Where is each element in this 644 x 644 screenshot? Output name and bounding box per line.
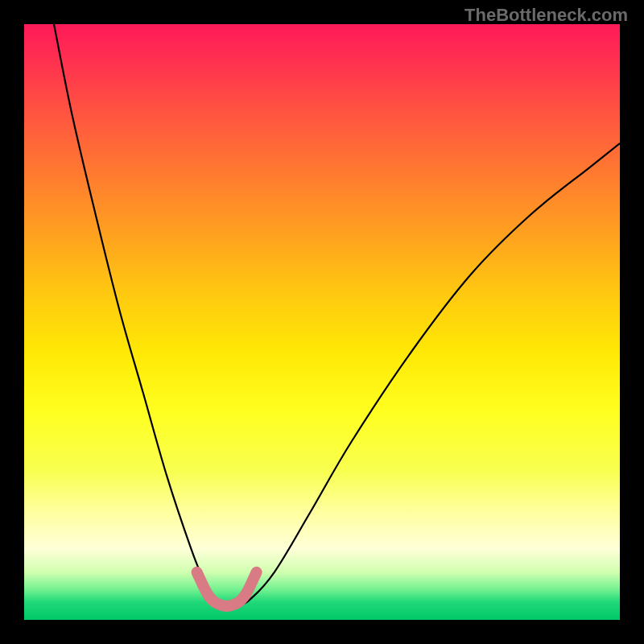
highlight-band (197, 572, 257, 606)
bottleneck-curve-svg (24, 24, 620, 620)
watermark-text: TheBottleneck.com (464, 5, 628, 26)
bottleneck-curve (54, 24, 620, 605)
chart-plot-area (24, 24, 620, 620)
